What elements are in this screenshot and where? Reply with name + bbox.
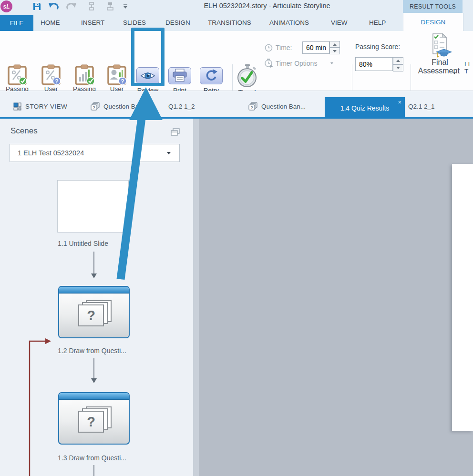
tab-transitions[interactable]: TRANSITIONS <box>208 19 251 26</box>
tab-design[interactable]: DESIGN <box>165 19 190 26</box>
stopwatch-check-icon <box>236 64 258 88</box>
time-input[interactable]: 60 min <box>302 41 329 54</box>
tab-file[interactable]: FILE <box>0 15 33 31</box>
floppy-icon <box>32 2 41 11</box>
passing-score-input[interactable]: 80% <box>355 57 393 71</box>
clipboard-percent-check-icon <box>6 64 28 85</box>
timer-options-label[interactable]: Timer Options <box>276 60 317 67</box>
question-draw-icon: ? <box>78 300 113 329</box>
scenes-panel-title: Scenes <box>10 126 38 136</box>
thumb-titlebar <box>59 287 129 294</box>
printer-icon <box>168 67 191 84</box>
tab-home[interactable]: HOME <box>41 19 60 26</box>
final-assessment-caret-icon <box>453 72 456 74</box>
clipped-tracking-button-line2: T <box>464 68 468 75</box>
question-draw-icon: ? <box>78 406 113 435</box>
window-title: ELH 05232024.story - Articulate Storylin… <box>172 2 362 10</box>
assessment-doc-gradcap-icon <box>428 33 452 58</box>
distribute-vertical-icon[interactable] <box>88 1 95 11</box>
thumb-titlebar <box>59 393 129 400</box>
tab-q1-2[interactable]: Q1.2 1_2 <box>168 98 195 115</box>
time-spinner[interactable] <box>329 41 340 54</box>
timer-options-caret-icon <box>330 62 333 64</box>
scenes-panel: Scenes 1 ELH Test 05232024 1.1 Untitled … <box>0 119 199 476</box>
time-spin-up[interactable] <box>329 41 340 48</box>
story-view-grid-icon <box>13 102 21 111</box>
save-icon[interactable] <box>31 1 42 11</box>
final-assessment-button[interactable]: Final Assessment <box>420 33 460 75</box>
question-bank-icon: ? <box>248 102 257 111</box>
clipboard-user-question-icon: ? <box>106 64 128 85</box>
retry-icon <box>200 67 223 84</box>
scene-selector-dropdown[interactable]: 1 ELH Test 05232024 <box>10 144 180 162</box>
tab-help[interactable]: HELP <box>369 19 386 26</box>
tab-design-contextual[interactable]: DESIGN <box>403 13 463 31</box>
storyline-window: sL <box>0 0 473 476</box>
panel-scrollbar-track[interactable] <box>193 119 199 476</box>
time-label: Time: <box>276 44 292 51</box>
svg-text:?: ? <box>250 105 253 110</box>
tab-animations[interactable]: ANIMATIONS <box>269 19 309 26</box>
title-bar: sL <box>0 0 473 31</box>
tab-story-view[interactable]: STORY VIEW <box>13 98 67 115</box>
redo-icon[interactable] <box>66 1 77 11</box>
close-tab-icon[interactable]: × <box>398 99 401 105</box>
svg-text:?: ? <box>93 105 95 110</box>
slide-canvas <box>199 119 473 476</box>
score-spin-down[interactable] <box>393 64 403 71</box>
score-spin-up[interactable] <box>393 57 403 64</box>
panel-window-icon[interactable] <box>171 128 180 136</box>
clock-icon <box>265 44 273 52</box>
tab-insert[interactable]: INSERT <box>81 19 104 26</box>
svg-text:?: ? <box>55 78 58 85</box>
slide-stage-partial <box>452 164 473 431</box>
tab-view[interactable]: VIEW <box>331 19 348 26</box>
clipboard-chart-check-icon <box>73 64 95 85</box>
slide-tab-bar: STORY VIEW ? Question Ban... Q1.2 1_2 ? … <box>0 91 473 119</box>
review-button-highlight-box <box>131 28 165 86</box>
slide-label-1-3: 1.3 Draw from Questi... <box>40 454 144 462</box>
slide-label-1-2: 1.2 Draw from Questi... <box>40 347 144 354</box>
ribbon: Passing Percent ? User Percent <box>0 31 473 91</box>
clipped-tracking-button-line1: LI <box>464 61 470 68</box>
tab-q2-1[interactable]: Q2.1 2_1 <box>408 98 435 115</box>
slide-label-1-1: 1.1 Untitled Slide <box>31 240 135 247</box>
app-logo-icon: sL <box>0 0 12 12</box>
clipboard-percent-question-icon: ? <box>40 64 62 85</box>
question-bank-icon: ? <box>91 102 100 111</box>
customize-toolbar-icon[interactable] <box>122 1 129 11</box>
passing-score-spinner[interactable] <box>393 57 403 71</box>
tab-question-bank-2[interactable]: ? Question Ban... <box>248 98 306 115</box>
time-spin-down[interactable] <box>329 48 340 54</box>
undo-icon[interactable] <box>48 1 59 11</box>
tab-quiz-results-active[interactable]: 1.4 Quiz Results × <box>325 97 405 119</box>
slide-thumb-1-2[interactable]: ? <box>58 286 130 338</box>
passing-score-label: Passing Score: <box>355 43 400 51</box>
distribute-horizontal-icon[interactable] <box>106 1 114 11</box>
timer-options-icon <box>264 59 273 68</box>
slide-thumb-1-1[interactable] <box>57 180 129 233</box>
slide-thumb-1-3[interactable]: ? <box>58 392 130 445</box>
svg-text:?: ? <box>121 78 124 85</box>
tab-question-bank-1[interactable]: ? Question Ban... <box>91 98 148 115</box>
tab-slides[interactable]: SLIDES <box>123 19 146 26</box>
chevron-down-icon <box>167 152 171 154</box>
contextual-group-result-tools: RESULT TOOLS <box>403 0 463 13</box>
